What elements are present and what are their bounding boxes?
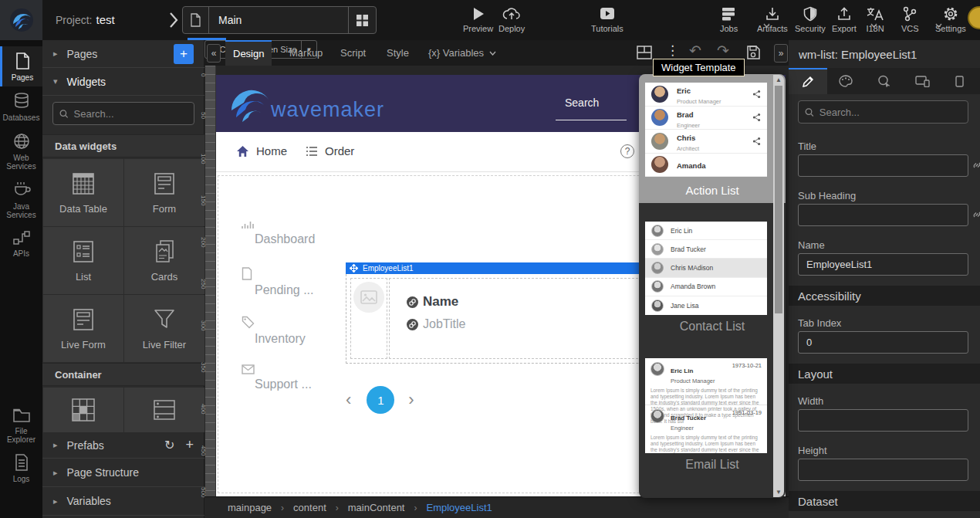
wavemaker-logo[interactable] bbox=[0, 0, 42, 40]
app-sidebar-inventory[interactable]: Inventory bbox=[242, 316, 306, 346]
tab-properties[interactable] bbox=[789, 68, 827, 94]
move-handle-icon[interactable] bbox=[350, 264, 358, 273]
add-page-button[interactable]: + bbox=[174, 44, 194, 64]
rail-item-web-services[interactable]: Web Services bbox=[0, 127, 42, 175]
scroll-down-icon[interactable]: ▼ bbox=[773, 489, 784, 496]
subheading-input[interactable] bbox=[798, 204, 968, 226]
app-sidebar-dashboard[interactable]: Dashboard bbox=[242, 218, 315, 246]
app-sidebar-pending[interactable]: Pending ... bbox=[242, 267, 314, 297]
security-menu[interactable]: Security bbox=[795, 6, 826, 33]
cloud-upload-icon bbox=[502, 6, 521, 22]
variables-toggle[interactable]: ▸ Variables bbox=[42, 487, 204, 516]
vcs-menu[interactable]: VCS bbox=[901, 6, 919, 33]
artifacts-menu[interactable]: Artifacts bbox=[757, 6, 788, 33]
scroll-up-icon[interactable]: ▲ bbox=[773, 76, 784, 83]
width-input[interactable] bbox=[798, 409, 968, 432]
height-input[interactable] bbox=[798, 459, 968, 481]
list-image-placeholder[interactable] bbox=[350, 278, 387, 359]
breadcrumb-mainpage[interactable]: mainpage bbox=[228, 502, 272, 513]
tabindex-input[interactable] bbox=[798, 331, 968, 354]
collapse-right-panel-button[interactable]: » bbox=[774, 44, 788, 63]
app-nav-order[interactable]: Order bbox=[306, 144, 354, 157]
bind-link-icon[interactable] bbox=[972, 160, 980, 171]
page-structure-toggle[interactable]: ▸ Page Structure bbox=[42, 459, 204, 487]
rail-item-logs[interactable]: Logs bbox=[0, 448, 42, 488]
app-search-underline[interactable] bbox=[556, 120, 627, 120]
breadcrumb-maincontent[interactable]: mainContent bbox=[348, 502, 405, 513]
tab-script[interactable]: Script bbox=[333, 40, 373, 66]
tutorials-button[interactable]: Tutorials bbox=[591, 6, 623, 33]
tab-design[interactable]: Design bbox=[225, 40, 272, 66]
tab-style[interactable]: Style bbox=[379, 40, 417, 66]
help-icon[interactable]: ? bbox=[620, 144, 634, 158]
chevron-right-icon[interactable] bbox=[168, 11, 179, 29]
widget-tile-cards[interactable]: Cards bbox=[124, 227, 204, 294]
widget-tile-live-form[interactable]: Live Form bbox=[43, 295, 123, 362]
app-sidebar-support[interactable]: Support ... bbox=[242, 364, 312, 391]
pages-section-toggle[interactable]: ▸ Pages + bbox=[42, 40, 204, 68]
preview-button[interactable]: Preview bbox=[463, 6, 493, 33]
widget-tile-panel[interactable] bbox=[124, 388, 204, 432]
tab-variables[interactable]: {x} Variables bbox=[421, 40, 504, 66]
split-layout-icon[interactable] bbox=[637, 46, 652, 59]
widget-tile-form[interactable]: Form bbox=[124, 159, 204, 226]
i18n-menu[interactable]: I18N bbox=[866, 6, 884, 33]
widget-tile-data-table[interactable]: Data Table bbox=[43, 159, 123, 226]
breadcrumb-separator: › bbox=[281, 503, 284, 513]
user-avatar[interactable] bbox=[968, 6, 980, 29]
width-label: Width bbox=[798, 395, 823, 407]
tab-markup[interactable]: Markup bbox=[282, 40, 330, 66]
pages-grid-icon[interactable] bbox=[349, 7, 376, 33]
current-page-badge[interactable]: 1 bbox=[367, 386, 394, 414]
properties-search[interactable] bbox=[798, 100, 968, 124]
page-tab-main[interactable]: Main bbox=[182, 6, 377, 34]
undo-icon[interactable]: ↶ bbox=[689, 42, 701, 59]
redo-icon[interactable]: ↷ bbox=[717, 42, 729, 59]
properties-search-input[interactable] bbox=[819, 107, 961, 118]
tab-events[interactable] bbox=[865, 68, 904, 94]
rail-item-file-explorer[interactable]: File Explorer bbox=[0, 401, 42, 449]
search-icon bbox=[805, 107, 814, 117]
scrollbar-thumb[interactable] bbox=[775, 86, 782, 313]
add-prefab-icon[interactable]: + bbox=[185, 437, 194, 453]
rail-item-databases[interactable]: Databases bbox=[0, 86, 42, 127]
rail-item-apis[interactable]: APIs bbox=[0, 224, 42, 262]
accessibility-section[interactable]: Accessibility bbox=[789, 286, 980, 306]
tab-devices[interactable] bbox=[904, 68, 942, 94]
widget-tile-grid-layout[interactable] bbox=[43, 388, 123, 432]
widget-search[interactable] bbox=[52, 102, 194, 125]
widget-search-input[interactable] bbox=[74, 108, 188, 120]
rail-item-pages[interactable]: Pages bbox=[0, 46, 42, 86]
template-contact-list[interactable]: Eric Lin Brad Tucker Chris MAdison Amand… bbox=[645, 222, 767, 315]
template-action-list[interactable]: EricProduct Manager BradEngineer ChrisAr… bbox=[639, 74, 786, 203]
popup-scrollbar[interactable]: ▲ ▼ bbox=[773, 75, 784, 497]
save-icon[interactable] bbox=[746, 45, 760, 59]
tab-styles[interactable] bbox=[827, 68, 866, 94]
layout-section[interactable]: Layout bbox=[789, 364, 980, 384]
deploy-button[interactable]: Deploy bbox=[498, 6, 525, 33]
name-input[interactable] bbox=[798, 253, 968, 276]
jobs-menu[interactable]: Jobs bbox=[720, 6, 738, 33]
dataset-section[interactable]: Dataset bbox=[789, 491, 980, 511]
breadcrumb-content[interactable]: content bbox=[293, 502, 326, 513]
breadcrumb-employeelist1[interactable]: EmployeeList1 bbox=[426, 502, 492, 513]
bind-link-icon[interactable] bbox=[972, 209, 980, 220]
collapse-left-panel-button[interactable]: « bbox=[207, 44, 221, 63]
tab-device-config[interactable] bbox=[941, 68, 980, 94]
avatar bbox=[651, 300, 664, 312]
export-menu[interactable]: Export bbox=[832, 6, 857, 33]
prefabs-section-toggle[interactable]: ▸ Prefabs ↻ + bbox=[42, 432, 204, 459]
widget-tile-list[interactable]: List bbox=[43, 227, 123, 294]
rail-item-java-services[interactable]: Java Services bbox=[0, 175, 42, 224]
more-options-icon[interactable]: ⋮ bbox=[666, 42, 679, 59]
prev-page-icon[interactable]: ‹ bbox=[346, 390, 351, 410]
refresh-prefabs-icon[interactable]: ↻ bbox=[164, 438, 174, 452]
app-nav-home[interactable]: Home bbox=[236, 144, 287, 157]
widget-tile-live-filter[interactable]: Live Filter bbox=[124, 295, 204, 362]
template-email-list[interactable]: Eric LinProduct Manager 1973-10-21 Lorem… bbox=[645, 358, 767, 453]
title-input[interactable] bbox=[798, 154, 968, 177]
next-page-icon[interactable]: › bbox=[408, 390, 414, 410]
widgets-section-toggle[interactable]: ▾ Widgets bbox=[42, 68, 204, 96]
settings-menu[interactable]: Settings bbox=[935, 6, 966, 33]
app-search-label[interactable]: Search bbox=[565, 96, 599, 109]
